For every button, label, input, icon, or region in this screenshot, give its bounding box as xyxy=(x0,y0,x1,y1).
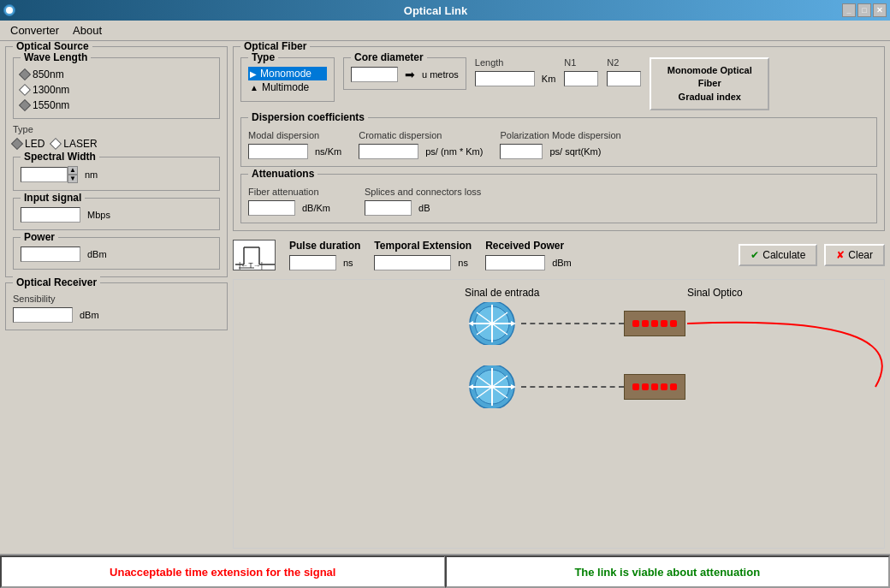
length-row: 3 Km xyxy=(475,71,556,86)
dispersion-row: Modal dispersion 30 ns/Km Cromatic dispe… xyxy=(248,130,869,159)
clear-button[interactable]: ✘ Clear xyxy=(824,244,885,266)
radio-850-icon xyxy=(19,68,31,80)
pulse-duration-row: 50 ns xyxy=(289,255,360,270)
power-group: Power -10 dBm xyxy=(13,237,220,270)
led-label: LED xyxy=(25,138,44,150)
n2-row: 1 xyxy=(607,71,641,86)
received-power-input[interactable]: -16 xyxy=(485,255,545,270)
length-input[interactable]: 3 xyxy=(475,71,535,86)
sensibility-input[interactable]: -20 xyxy=(13,307,73,323)
fiber-atten-input[interactable]: 2 xyxy=(248,200,295,216)
dispersion-title: Dispersion coefficients xyxy=(248,111,368,123)
spectral-arrows: ▲ ▼ xyxy=(68,166,78,183)
wavelength-850[interactable]: 850nm xyxy=(21,68,212,80)
calculate-button[interactable]: ✔ Calculate xyxy=(739,244,817,266)
converter-menu[interactable]: Converter xyxy=(3,22,66,39)
fiber-type-group: Type ▶ Monomode ▲ Multimode xyxy=(240,57,335,102)
close-button[interactable]: ✕ xyxy=(873,3,887,17)
spectral-up-arrow[interactable]: ▲ xyxy=(68,166,78,175)
wavelength-1550[interactable]: 1550nm xyxy=(21,99,212,111)
wavelength-1300-label: 1300nm xyxy=(33,84,69,96)
splices-connectors: Splices and connectors loss 2.4 dB xyxy=(365,187,481,216)
fiber-attenuation: Fiber attenuation 2 dB/Km xyxy=(248,187,330,216)
title-bar: Optical Link _ □ ✕ xyxy=(0,0,890,21)
n2-input[interactable]: 1 xyxy=(607,71,641,86)
fiber-type-title: Type xyxy=(248,51,278,63)
multimode-option[interactable]: ▲ Multimode xyxy=(248,80,327,94)
core-unit: u metros xyxy=(422,69,459,80)
network-diagram: Sinal de entrada Sinal Optico xyxy=(233,279,885,549)
attenuations-row: Fiber attenuation 2 dB/Km Splices and co… xyxy=(248,187,869,216)
dot5 xyxy=(670,320,677,327)
pulse-duration-label: Pulse duration xyxy=(289,240,360,252)
chromatic-unit: ps/ (nm * Km) xyxy=(425,146,483,157)
window-controls[interactable]: _ □ ✕ xyxy=(842,3,887,17)
multimode-label: Multimode xyxy=(262,81,309,93)
maximize-button[interactable]: □ xyxy=(857,3,871,17)
dashed-line-top xyxy=(521,323,624,324)
received-power-label: Received Power xyxy=(485,240,572,252)
sensibility-unit: dBm xyxy=(80,310,99,320)
clear-label: Clear xyxy=(848,249,873,261)
spectral-down-arrow[interactable]: ▼ xyxy=(68,175,78,183)
dot3 xyxy=(651,320,658,327)
spectral-title: Spectral Width xyxy=(21,151,99,163)
polarization-label: Polarization Mode dispersion xyxy=(500,130,620,140)
status-right: The link is viable about attenuation xyxy=(445,555,891,588)
monomode-option[interactable]: ▶ Monomode xyxy=(248,67,327,80)
type-led[interactable]: LED xyxy=(13,138,44,150)
optical-receiver-title: Optical Receiver xyxy=(13,276,100,288)
optical-receiver-group: Optical Receiver Sensibility -20 dBm xyxy=(5,282,228,330)
sensibility-section: Sensibility -20 dBm xyxy=(13,294,220,323)
wavelength-options: 850nm 1300nm 1550nm xyxy=(21,68,212,111)
sensibility-row: -20 dBm xyxy=(13,307,220,323)
action-buttons: ✔ Calculate ✘ Clear xyxy=(739,244,885,266)
sinal-entrada-label: Sinal de entrada xyxy=(465,287,539,299)
chromatic-input[interactable]: 100 xyxy=(359,144,418,159)
modal-label: Modal dispersion xyxy=(248,130,341,140)
radio-1300-icon xyxy=(19,84,31,96)
temporal-extension-unit: ns xyxy=(458,258,468,268)
chromatic-label: Cromatic dispersion xyxy=(359,130,483,140)
wavelength-1550-label: 1550nm xyxy=(33,99,69,111)
status-bar: Unacceptable time extension for the sign… xyxy=(0,554,890,588)
n1-input[interactable]: 2 xyxy=(564,71,598,86)
monomode-fiber-button[interactable]: Monomode Optical Fiber Gradual index xyxy=(650,57,769,110)
power-input[interactable]: -10 xyxy=(21,246,80,262)
pulse-duration-unit: ns xyxy=(343,258,353,268)
sinal-optico-label: Sinal Optico xyxy=(687,287,743,299)
splices-input[interactable]: 2.4 xyxy=(365,200,412,216)
dot6 xyxy=(632,383,639,390)
minimize-button[interactable]: _ xyxy=(842,3,856,17)
input-signal-row: 20 Mbps xyxy=(21,207,212,223)
arrow-up-icon: ▲ xyxy=(250,83,258,92)
wavelength-1300[interactable]: 1300nm xyxy=(21,84,212,96)
fiber-box-top xyxy=(624,311,685,336)
length-unit: Km xyxy=(542,74,556,84)
length-label: Length xyxy=(475,57,556,68)
polarization-input[interactable]: 0 xyxy=(500,144,543,159)
type-laser[interactable]: LASER xyxy=(51,138,97,150)
length-section: Length 3 Km xyxy=(475,57,556,86)
pulse-duration-input[interactable]: 50 xyxy=(289,255,336,270)
temporal-extension-input[interactable]: 91.241437 xyxy=(374,255,451,270)
core-diameter-group: Core diameter 0,50 ➡ u metros xyxy=(343,57,466,90)
input-signal-input[interactable]: 20 xyxy=(21,207,80,223)
core-diameter-input[interactable]: 0,50 xyxy=(351,67,398,82)
type-options: LED LASER xyxy=(13,138,220,150)
router-bottom-left-svg xyxy=(465,365,519,408)
temporal-extension-label: Temporal Extension xyxy=(374,240,472,252)
power-row: -10 dBm xyxy=(21,246,212,262)
spectral-input[interactable]: 50,00 xyxy=(21,167,68,182)
sensibility-label: Sensibility xyxy=(13,294,220,304)
menu-bar: Converter About xyxy=(0,21,890,41)
dot10 xyxy=(670,383,677,390)
about-menu[interactable]: About xyxy=(66,22,109,39)
fiber-box-bottom xyxy=(624,374,685,400)
modal-input[interactable]: 30 xyxy=(248,144,308,159)
window-title: Optical Link xyxy=(29,4,842,17)
input-signal-group: Input signal 20 Mbps xyxy=(13,198,220,230)
splices-label: Splices and connectors loss xyxy=(365,187,481,197)
core-arrow-icon[interactable]: ➡ xyxy=(405,68,415,81)
attenuations-group: Attenuations Fiber attenuation 2 dB/Km xyxy=(240,174,877,223)
